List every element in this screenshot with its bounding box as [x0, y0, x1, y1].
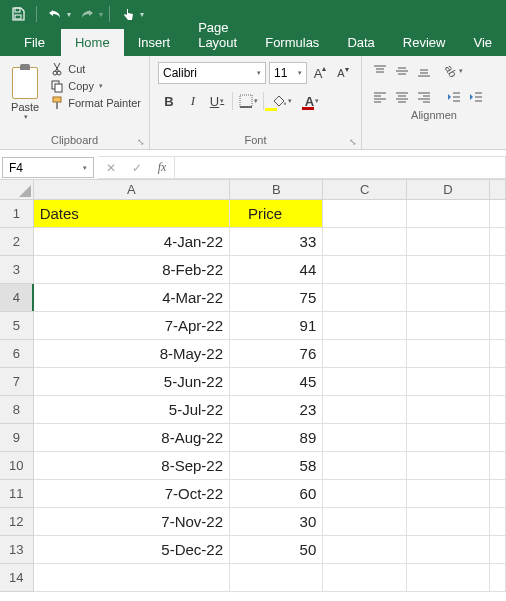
font-size-select[interactable]: 11▾ — [269, 62, 307, 84]
undo-icon[interactable] — [43, 2, 67, 26]
cell[interactable] — [490, 228, 506, 256]
tab-home[interactable]: Home — [61, 29, 124, 56]
cell[interactable] — [407, 424, 490, 452]
row-header[interactable]: 10 — [0, 452, 34, 480]
cell[interactable] — [323, 508, 406, 536]
cell[interactable] — [407, 256, 490, 284]
cell[interactable]: 7-Nov-22 — [34, 508, 230, 536]
cell[interactable]: 75 — [230, 284, 323, 312]
column-header-d[interactable]: D — [407, 180, 490, 200]
cell[interactable]: 8-Feb-22 — [34, 256, 230, 284]
tab-formulas[interactable]: Formulas — [251, 29, 333, 56]
format-painter-button[interactable]: Format Painter — [48, 95, 143, 111]
clipboard-launcher-icon[interactable]: ⤡ — [137, 137, 145, 147]
row-header[interactable]: 12 — [0, 508, 34, 536]
cell[interactable]: 7-Apr-22 — [34, 312, 230, 340]
cell[interactable] — [407, 200, 490, 228]
cancel-formula-button[interactable]: ✕ — [98, 161, 124, 175]
customize-qat-icon[interactable]: ▾ — [140, 10, 144, 19]
cell[interactable] — [490, 480, 506, 508]
align-top-button[interactable] — [370, 61, 390, 81]
tab-file[interactable]: File — [8, 29, 61, 56]
font-color-button[interactable]: A▾ — [298, 90, 326, 112]
enter-formula-button[interactable]: ✓ — [124, 161, 150, 175]
cell[interactable] — [323, 424, 406, 452]
align-middle-button[interactable] — [392, 61, 412, 81]
cell[interactable] — [490, 340, 506, 368]
cell[interactable] — [323, 368, 406, 396]
cell[interactable] — [323, 452, 406, 480]
column-header-c[interactable]: C — [323, 180, 406, 200]
cell[interactable]: 45 — [230, 368, 323, 396]
cell[interactable] — [490, 312, 506, 340]
touch-mode-icon[interactable] — [116, 2, 140, 26]
row-header[interactable]: 9 — [0, 424, 34, 452]
cell[interactable] — [407, 480, 490, 508]
italic-button[interactable]: I — [182, 90, 204, 112]
column-header-b[interactable]: B — [230, 180, 323, 200]
cell[interactable]: 7-Oct-22 — [34, 480, 230, 508]
cell[interactable] — [407, 536, 490, 564]
cell[interactable]: 4-Mar-22 — [34, 284, 230, 312]
cell[interactable] — [323, 228, 406, 256]
row-header[interactable]: 13 — [0, 536, 34, 564]
name-box[interactable]: F4▾ — [2, 157, 94, 178]
decrease-indent-button[interactable] — [444, 87, 464, 107]
cell[interactable]: 91 — [230, 312, 323, 340]
cell[interactable] — [323, 340, 406, 368]
tab-view[interactable]: Vie — [459, 29, 506, 56]
cell[interactable] — [323, 396, 406, 424]
cell[interactable]: 5-Dec-22 — [34, 536, 230, 564]
save-icon[interactable] — [6, 2, 30, 26]
cell[interactable] — [323, 564, 406, 592]
bold-button[interactable]: B — [158, 90, 180, 112]
increase-indent-button[interactable] — [466, 87, 486, 107]
cell[interactable]: Dates — [34, 200, 230, 228]
fx-icon[interactable]: fx — [150, 160, 174, 175]
cell[interactable]: 5-Jul-22 — [34, 396, 230, 424]
borders-button[interactable]: ▾ — [237, 90, 259, 112]
cell[interactable] — [490, 564, 506, 592]
cell[interactable]: 5-Jun-22 — [34, 368, 230, 396]
cell[interactable]: 50 — [230, 536, 323, 564]
cell[interactable] — [407, 564, 490, 592]
row-header[interactable]: 2 — [0, 228, 34, 256]
cell[interactable] — [490, 396, 506, 424]
row-header[interactable]: 8 — [0, 396, 34, 424]
cut-button[interactable]: Cut — [48, 61, 143, 77]
fill-color-button[interactable]: ▾ — [268, 90, 296, 112]
row-header[interactable]: 4 — [0, 284, 34, 312]
cell[interactable] — [490, 284, 506, 312]
cell[interactable] — [323, 284, 406, 312]
redo-icon[interactable] — [75, 2, 99, 26]
cell[interactable] — [34, 564, 230, 592]
cell[interactable]: 8-May-22 — [34, 340, 230, 368]
cell[interactable]: 89 — [230, 424, 323, 452]
cell[interactable]: 58 — [230, 452, 323, 480]
cell[interactable] — [323, 480, 406, 508]
cell[interactable] — [490, 424, 506, 452]
tab-insert[interactable]: Insert — [124, 29, 185, 56]
column-header-a[interactable]: A — [34, 180, 230, 200]
decrease-font-button[interactable]: A▾ — [333, 62, 353, 84]
align-bottom-button[interactable] — [414, 61, 434, 81]
row-header[interactable]: 11 — [0, 480, 34, 508]
cell[interactable]: 33 — [230, 228, 323, 256]
cell[interactable]: 60 — [230, 480, 323, 508]
cell[interactable] — [407, 228, 490, 256]
cell[interactable] — [490, 508, 506, 536]
formula-input[interactable] — [175, 156, 506, 179]
tab-page-layout[interactable]: Page Layout — [184, 14, 251, 56]
copy-button[interactable]: Copy ▾ — [48, 78, 143, 94]
cell[interactable] — [490, 536, 506, 564]
cell[interactable]: 23 — [230, 396, 323, 424]
worksheet-grid[interactable]: A B C D 1DatesPrice24-Jan-223338-Feb-224… — [0, 180, 506, 592]
column-header-e[interactable] — [490, 180, 506, 200]
cell[interactable]: 30 — [230, 508, 323, 536]
cell[interactable] — [490, 256, 506, 284]
cell[interactable]: Price — [230, 200, 323, 228]
cell[interactable] — [323, 536, 406, 564]
paste-dropdown-icon[interactable]: ▾ — [24, 113, 28, 121]
align-left-button[interactable] — [370, 87, 390, 107]
row-header[interactable]: 7 — [0, 368, 34, 396]
